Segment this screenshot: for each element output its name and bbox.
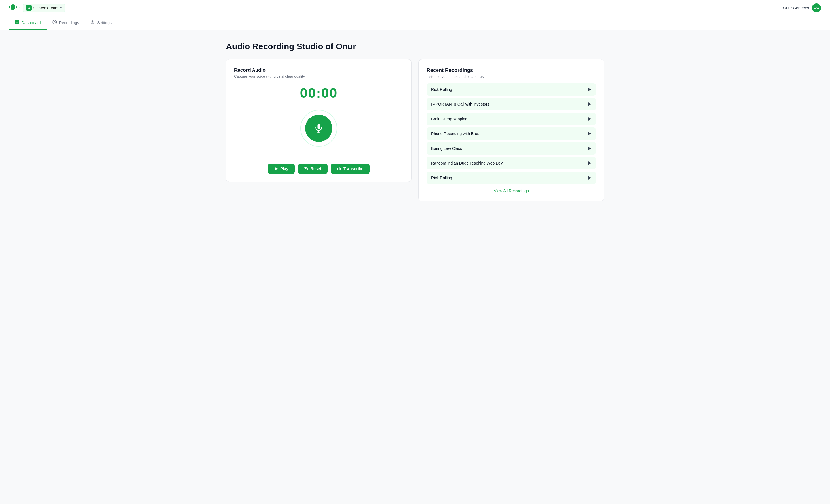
svg-marker-20 [588,102,591,106]
recordings-header: Recent Recordings Listen to your latest … [426,67,596,79]
list-item[interactable]: Brain Dump Yapping [426,113,596,125]
mic-record-button[interactable] [305,115,332,142]
recordings-icon [52,20,57,26]
recording-name: Brain Dump Yapping [431,117,467,121]
reset-icon [304,167,308,171]
transcribe-icon [337,167,341,171]
svg-rect-0 [9,6,10,8]
nav-tabs: Dashboard Recordings Settings [0,16,830,30]
svg-point-10 [54,21,56,23]
play-icon [274,167,278,171]
dashboard-icon [15,20,19,26]
recording-name: IMPORTANT!! Call with investors [431,102,489,106]
svg-rect-7 [15,22,17,24]
svg-rect-2 [12,4,13,10]
main-content: Audio Recording Studio of Onur Record Au… [217,30,613,213]
settings-icon [90,20,95,26]
play-icon [587,176,592,180]
user-name: Onur Geneees [783,6,809,10]
svg-rect-5 [15,20,17,22]
mic-icon [314,123,324,133]
list-item[interactable]: IMPORTANT!! Call with investors [426,98,596,111]
page-title: Audio Recording Studio of Onur [226,42,604,51]
team-chevron-icon: ▾ [60,6,62,10]
svg-point-9 [53,20,57,24]
recent-recordings-card: Recent Recordings Listen to your latest … [418,59,604,201]
play-button[interactable]: Play [268,164,295,174]
record-card-subtitle: Capture your voice with crystal clear qu… [234,74,404,78]
svg-marker-24 [588,161,591,165]
svg-marker-23 [588,147,591,150]
play-icon [587,88,592,91]
list-item[interactable]: Random Indian Dude Teaching Web Dev [426,157,596,169]
recording-name: Rick Rolling [431,176,452,180]
recording-name: Random Indian Dude Teaching Web Dev [431,161,503,165]
timer-display: 00:00 [234,85,404,101]
breadcrumb-chevron: › [19,6,21,10]
svg-rect-16 [338,168,338,170]
reset-button[interactable]: Reset [298,164,327,174]
svg-rect-12 [318,124,320,129]
view-all-recordings-link[interactable]: View All Recordings [426,189,596,193]
list-item[interactable]: Rick Rolling [426,83,596,96]
play-icon [587,102,592,106]
record-card-title: Record Audio [234,67,404,73]
svg-rect-18 [340,168,341,169]
dashboard-grid: Record Audio Capture your voice with cry… [226,59,604,201]
svg-rect-4 [16,6,17,8]
transcribe-button[interactable]: Transcribe [331,164,370,174]
topbar-left: › G Genes's Team ▾ [9,4,65,12]
tab-dashboard[interactable]: Dashboard [9,16,47,30]
record-audio-card: Record Audio Capture your voice with cry… [226,59,412,182]
svg-rect-8 [17,22,19,24]
svg-marker-22 [588,132,591,135]
topbar: › G Genes's Team ▾ Onur Geneees OG [0,0,830,16]
team-selector[interactable]: G Genes's Team ▾ [23,4,65,12]
recordings-subtitle: Listen to your latest audio captures [426,74,596,79]
action-buttons: Play Reset Transcribe [234,164,404,174]
play-icon [587,132,592,136]
svg-rect-17 [339,167,340,170]
list-item[interactable]: Rick Rolling [426,171,596,184]
svg-marker-25 [588,176,591,180]
recording-name: Boring Law Class [431,146,462,151]
svg-point-11 [92,22,93,23]
mic-ring [300,110,337,147]
svg-rect-1 [11,4,12,10]
play-icon [587,161,592,165]
recording-name: Phone Recording with Bros [431,131,479,136]
play-icon [587,147,592,150]
avatar: OG [812,3,821,12]
svg-marker-19 [588,88,591,91]
svg-rect-3 [14,5,15,9]
team-badge-icon: G [26,5,32,11]
topbar-right: Onur Geneees OG [783,3,821,12]
list-item[interactable]: Phone Recording with Bros [426,127,596,140]
recordings-title: Recent Recordings [426,67,596,73]
tab-recordings[interactable]: Recordings [47,16,85,30]
recordings-list: Rick Rolling IMPORTANT!! Call with inves… [426,83,596,184]
svg-rect-6 [17,20,19,22]
svg-marker-15 [275,167,278,170]
recording-name: Rick Rolling [431,87,452,92]
list-item[interactable]: Boring Law Class [426,142,596,155]
waveform-icon [9,4,17,11]
play-icon [587,117,592,121]
svg-marker-21 [588,117,591,121]
tab-settings[interactable]: Settings [85,16,117,30]
team-name: Genes's Team [33,6,59,10]
mic-container [234,110,404,147]
